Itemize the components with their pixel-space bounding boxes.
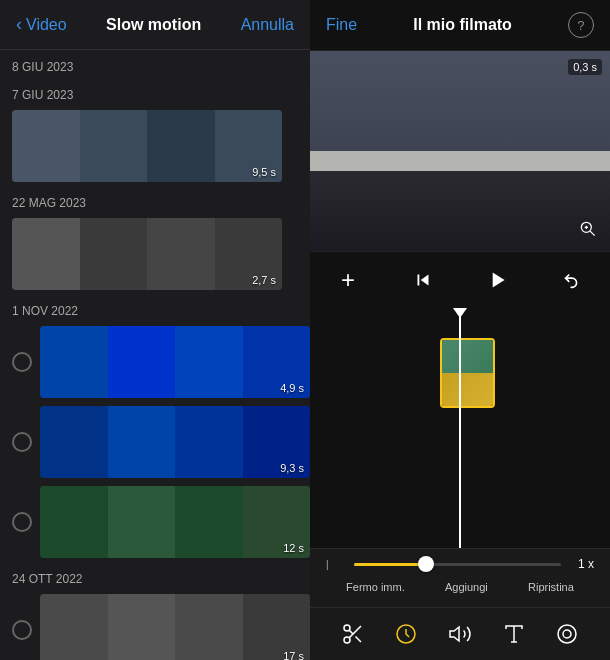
video-item-v4[interactable]: 9,3 s (0, 402, 310, 482)
panel-title: Slow motion (106, 16, 201, 34)
restore-label: Ripristina (528, 581, 574, 593)
video-item-v1[interactable]: 9,5 s (0, 106, 310, 186)
date-header-d2: 7 GIU 2023 (0, 78, 310, 106)
preview-timestamp: 0,3 s (568, 59, 602, 75)
date-header-d3: 22 MAG 2023 (0, 186, 310, 214)
date-header-d1: 8 GIU 2023 (0, 50, 310, 78)
speed-value-label: 1 x (569, 557, 594, 571)
speed-slider-row: | 1 x (326, 557, 594, 571)
video-thumbnail: 4,9 s (40, 326, 310, 398)
add-action[interactable]: Aggiungi (445, 581, 488, 593)
media-browser-panel: ‹ Video Slow motion Annulla 8 GIU 20237 … (0, 0, 310, 660)
back-button[interactable]: ‹ Video (16, 14, 67, 35)
svg-line-8 (349, 630, 353, 634)
chevron-left-icon: ‹ (16, 14, 22, 35)
freeze-frame-action[interactable]: Fermo imm. (346, 581, 405, 593)
bottom-toolbar (310, 607, 610, 660)
play-button[interactable] (479, 262, 515, 298)
audio-button[interactable] (442, 616, 478, 652)
speed-slider-fill (354, 563, 426, 566)
restore-action[interactable]: Ripristina (528, 581, 574, 593)
video-item-v3[interactable]: 4,9 s (0, 322, 310, 402)
zoom-button[interactable] (574, 215, 602, 243)
speed-min-label: | (326, 559, 346, 570)
date-header-d5: 24 OTT 2022 (0, 562, 310, 590)
svg-line-7 (355, 636, 361, 642)
speed-thumb[interactable] (418, 556, 434, 572)
video-item-v6[interactable]: 17 s (0, 590, 310, 660)
video-duration: 9,3 s (280, 462, 304, 474)
clip-thumb-bottom (442, 373, 493, 406)
back-label: Video (26, 16, 67, 34)
preview-area: 0,3 s (310, 51, 610, 251)
svg-line-1 (590, 231, 595, 236)
title-button[interactable] (496, 616, 532, 652)
help-button[interactable]: ? (568, 12, 594, 38)
skip-back-button[interactable] (405, 262, 441, 298)
done-button[interactable]: Fine (326, 16, 357, 34)
selection-circle (12, 352, 32, 372)
undo-button[interactable] (554, 262, 590, 298)
right-header: Fine Il mio filmato ? (310, 0, 610, 51)
video-duration: 4,9 s (280, 382, 304, 394)
editor-panel: Fine Il mio filmato ? 0,3 s + (310, 0, 610, 660)
video-thumbnail: 9,5 s (12, 110, 282, 182)
video-duration: 2,7 s (252, 274, 276, 286)
date-header-d4: 1 NOV 2022 (0, 294, 310, 322)
video-thumbnail: 2,7 s (12, 218, 282, 290)
svg-point-12 (558, 625, 576, 643)
video-thumbnail: 9,3 s (40, 406, 310, 478)
selection-circle (12, 620, 32, 640)
preview-image (310, 51, 610, 251)
video-thumbnail: 17 s (40, 594, 310, 660)
svg-point-5 (344, 637, 350, 643)
video-item-v5[interactable]: 12 s (0, 482, 310, 562)
clip-thumb-top (442, 340, 493, 373)
left-header: ‹ Video Slow motion Annulla (0, 0, 310, 50)
project-title: Il mio filmato (413, 16, 512, 34)
bottom-actions: Fermo imm. Aggiungi Ripristina (326, 577, 594, 599)
speed-slider[interactable] (354, 563, 561, 566)
timeline-clip[interactable] (440, 338, 495, 408)
video-duration: 9,5 s (252, 166, 276, 178)
speed-control-area: | 1 x Fermo imm. Aggiungi Ripristina (310, 548, 610, 607)
selection-circle (12, 512, 32, 532)
svg-point-4 (344, 625, 350, 631)
playhead (459, 308, 461, 548)
video-duration: 12 s (283, 542, 304, 554)
freeze-frame-label: Fermo imm. (346, 581, 405, 593)
selection-circle (12, 432, 32, 452)
video-thumbnail: 12 s (40, 486, 310, 558)
add-label: Aggiungi (445, 581, 488, 593)
cancel-button[interactable]: Annulla (241, 16, 294, 34)
speed-button[interactable] (388, 616, 424, 652)
video-duration: 17 s (283, 650, 304, 660)
timeline-area[interactable]: 0,3 s (310, 308, 610, 548)
filter-button[interactable] (549, 616, 585, 652)
video-list: 8 GIU 20237 GIU 20239,5 s22 MAG 20232,7 … (0, 50, 310, 660)
keyboard-visual (310, 151, 610, 251)
cut-button[interactable] (335, 616, 371, 652)
svg-point-13 (563, 630, 571, 638)
add-clip-button[interactable]: + (330, 262, 366, 298)
playback-controls: + (310, 251, 610, 308)
video-item-v2[interactable]: 2,7 s (0, 214, 310, 294)
